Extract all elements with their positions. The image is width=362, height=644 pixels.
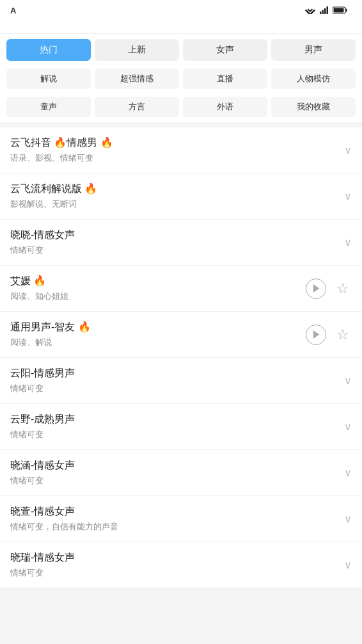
list-item-content-1: 云飞流利解说版 🔥影视解说、无断词 — [10, 182, 344, 210]
svg-marker-9 — [313, 284, 320, 293]
wifi-icon — [304, 6, 316, 14]
list-item-content-2: 晓晓-情感女声情绪可变 — [10, 229, 344, 256]
filter-超强情感[interactable]: 超强情感 — [95, 68, 179, 89]
list-item-subtitle-2: 情绪可变 — [10, 245, 344, 256]
list-item[interactable]: 云飞流利解说版 🔥影视解说、无断词∨ — [0, 173, 362, 220]
chevron-down-icon: ∨ — [344, 513, 352, 525]
list-item-actions-1: ∨ — [344, 190, 352, 202]
status-bar-right — [304, 6, 352, 14]
list-item-actions-0: ∨ — [344, 144, 352, 156]
list-item-title-4: 通用男声-智友 🔥 — [10, 321, 306, 334]
filter-直播[interactable]: 直播 — [183, 68, 267, 89]
list-item-actions-5: ∨ — [344, 374, 352, 387]
tab-女声[interactable]: 女声 — [183, 39, 267, 61]
list-item-content-8: 晓萱-情感女声情绪可变，自信有能力的声音 — [10, 505, 344, 533]
voice-list: 云飞抖音 🔥情感男 🔥语录、影视、情绪可变∨云飞流利解说版 🔥影视解说、无断词∨… — [0, 127, 362, 588]
chevron-down-icon: ∨ — [344, 421, 352, 433]
signal-icon — [320, 6, 329, 14]
chevron-down-icon: ∨ — [344, 144, 352, 156]
list-item-title-8: 晓萱-情感女声 — [10, 505, 344, 519]
top-nav — [0, 20, 362, 34]
list-item-actions-4: ☆ — [306, 325, 352, 345]
list-item-title-9: 晓瑞-情感女声 — [10, 551, 344, 565]
play-button[interactable] — [306, 325, 326, 345]
list-item-title-2: 晓晓-情感女声 — [10, 229, 344, 242]
list-item-actions-7: ∨ — [344, 467, 352, 479]
list-item-content-6: 云野-成熟男声情绪可变 — [10, 413, 344, 440]
svg-marker-10 — [313, 330, 320, 339]
filter-解说[interactable]: 解说 — [6, 68, 91, 89]
filter-人物模仿[interactable]: 人物模仿 — [271, 68, 356, 89]
battery-icon — [333, 6, 348, 14]
list-item[interactable]: 晓晓-情感女声情绪可变∨ — [0, 220, 362, 266]
list-item[interactable]: 云阳-情感男声情绪可变∨ — [0, 358, 362, 404]
svg-rect-3 — [322, 10, 324, 15]
filter-方言[interactable]: 方言 — [95, 97, 179, 117]
list-item-title-5: 云阳-情感男声 — [10, 367, 344, 380]
list-item-content-4: 通用男声-智友 🔥阅读、解说 — [10, 321, 306, 348]
filter-外语[interactable]: 外语 — [183, 97, 267, 117]
status-bar: A — [0, 0, 362, 20]
tab-男声[interactable]: 男声 — [271, 39, 356, 61]
list-item[interactable]: 云野-成熟男声情绪可变∨ — [0, 404, 362, 450]
star-button[interactable]: ☆ — [334, 326, 352, 344]
filter-row-1: 解说超强情感直播人物模仿 — [0, 66, 362, 94]
list-item-title-1: 云飞流利解说版 🔥 — [10, 182, 344, 196]
list-item-subtitle-7: 情绪可变 — [10, 475, 344, 487]
list-item-content-7: 晓涵-情感女声情绪可变 — [10, 459, 344, 487]
list-item-subtitle-5: 情绪可变 — [10, 383, 344, 394]
svg-rect-4 — [324, 8, 326, 14]
list-item-actions-6: ∨ — [344, 421, 352, 433]
chevron-down-icon: ∨ — [344, 374, 352, 387]
svg-rect-7 — [346, 9, 347, 12]
filter-我的收藏[interactable]: 我的收藏 — [271, 97, 356, 117]
list-item-subtitle-3: 阅读、知心姐姐 — [10, 291, 306, 302]
tabs-row: 热门上新女声男声 — [0, 34, 362, 66]
list-item-subtitle-6: 情绪可变 — [10, 429, 344, 440]
list-item-title-7: 晓涵-情感女声 — [10, 459, 344, 472]
list-item-content-5: 云阳-情感男声情绪可变 — [10, 367, 344, 394]
list-item-title-3: 艾媛 🔥 — [10, 275, 306, 288]
chevron-down-icon: ∨ — [344, 559, 352, 571]
list-item-subtitle-4: 阅读、解说 — [10, 337, 306, 348]
list-item[interactable]: 晓萱-情感女声情绪可变，自信有能力的声音∨ — [0, 496, 362, 542]
list-item-subtitle-1: 影视解说、无断词 — [10, 198, 344, 210]
chevron-down-icon: ∨ — [344, 190, 352, 202]
list-item-actions-3: ☆ — [306, 278, 352, 299]
list-item[interactable]: 晓涵-情感女声情绪可变∨ — [0, 450, 362, 496]
list-item-subtitle-9: 情绪可变 — [10, 567, 344, 579]
list-item[interactable]: 晓瑞-情感女声情绪可变∨ — [0, 542, 362, 588]
list-item-content-9: 晓瑞-情感女声情绪可变 — [10, 551, 344, 579]
list-item-actions-9: ∨ — [344, 559, 352, 571]
list-item-subtitle-8: 情绪可变，自信有能力的声音 — [10, 521, 344, 533]
list-item[interactable]: 云飞抖音 🔥情感男 🔥语录、影视、情绪可变∨ — [0, 127, 362, 173]
tab-热门[interactable]: 热门 — [6, 39, 91, 61]
star-button[interactable]: ☆ — [334, 280, 352, 298]
list-item[interactable]: 艾媛 🔥阅读、知心姐姐☆ — [0, 266, 362, 312]
list-item-title-0: 云飞抖音 🔥情感男 🔥 — [10, 136, 344, 150]
app-icon: A — [10, 6, 16, 15]
list-item-content-3: 艾媛 🔥阅读、知心姐姐 — [10, 275, 306, 302]
filter-row-2: 童声方言外语我的收藏 — [0, 94, 362, 122]
tab-上新[interactable]: 上新 — [95, 39, 179, 61]
list-item-content-0: 云飞抖音 🔥情感男 🔥语录、影视、情绪可变 — [10, 136, 344, 164]
list-item[interactable]: 通用男声-智友 🔥阅读、解说☆ — [0, 312, 362, 358]
svg-rect-8 — [334, 8, 344, 13]
svg-rect-5 — [327, 6, 329, 14]
chevron-down-icon: ∨ — [344, 467, 352, 479]
list-item-actions-2: ∨ — [344, 236, 352, 248]
list-item-actions-8: ∨ — [344, 513, 352, 525]
filter-童声[interactable]: 童声 — [6, 97, 91, 117]
list-item-title-6: 云野-成熟男声 — [10, 413, 344, 426]
play-button[interactable] — [306, 278, 326, 299]
list-item-subtitle-0: 语录、影视、情绪可变 — [10, 152, 344, 164]
svg-rect-2 — [320, 12, 322, 14]
status-bar-left: A — [10, 6, 16, 15]
chevron-down-icon: ∨ — [344, 236, 352, 248]
